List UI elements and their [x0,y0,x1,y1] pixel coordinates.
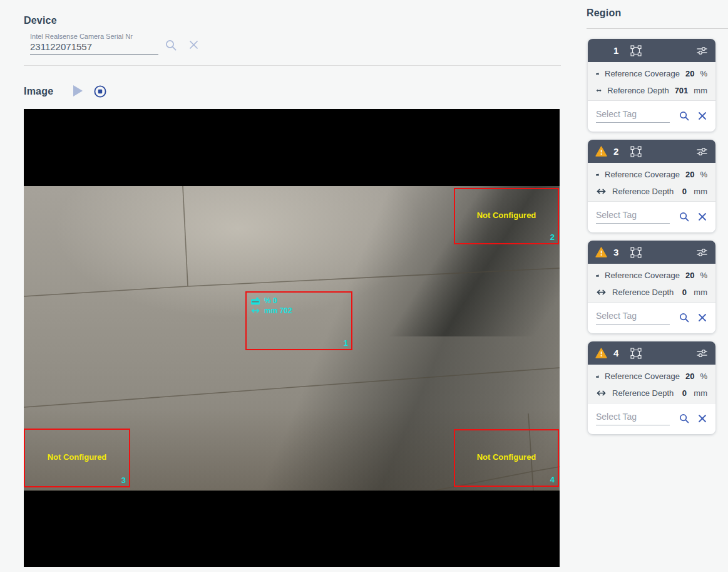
transform-region-icon[interactable] [630,348,642,359]
region-card-4-number: 4 [613,348,618,358]
region-panel-divider [587,28,728,29]
depth-arrows-icon [596,289,607,296]
region-card-2: 2 Reference Coverage 20 % Reference Dept… [588,140,715,232]
device-search-icon[interactable] [164,38,178,52]
depth-label: Reference Depth [612,288,674,297]
select-tag-input[interactable] [596,412,670,425]
depth-label: Reference Depth [607,86,669,95]
app-root: Device Intel Realsense Camera Serial Nr … [0,0,728,572]
region-card-3-header: 3 [588,241,715,264]
coverage-icon [596,170,599,179]
region-card-2-number: 2 [613,146,618,157]
coverage-icon [596,372,599,381]
region-card-1: 1 Reference Coverage 20 % Reference Dept… [588,39,715,132]
region-card-4-stats: Reference Coverage 20 % Reference Depth … [588,365,715,403]
select-tag-input[interactable] [596,109,670,123]
depth-arrows-icon [596,87,602,94]
coverage-unit: % [700,372,707,381]
serial-number-input[interactable] [30,41,158,55]
depth-arrows-icon [596,390,607,397]
depth-unit: mm [692,388,707,398]
image-section-title: Image [24,86,53,97]
region-card-2-stats: Reference Coverage 20 % Reference Depth … [588,163,715,202]
region-card-3-number: 3 [613,247,618,257]
region-card-2-tag-row [588,202,715,232]
region-card-4: 4 Reference Coverage 20 % Reference Dept… [588,341,715,434]
select-tag-input[interactable] [596,210,670,224]
region-3-number: 3 [121,476,126,485]
warning-icon [595,348,607,358]
device-clear-icon[interactable] [188,39,200,51]
image-region-4[interactable]: Not Configured 4 [454,429,559,487]
coverage-value: 20 [685,170,694,179]
region-card-3-tag-row [588,303,715,333]
depth-unit: mm [692,187,707,196]
region-4-number: 4 [550,475,555,484]
tag-search-icon[interactable] [679,413,690,424]
region-card-1-number: 1 [613,45,618,56]
camera-image-view: % 0 mm 702 1 Not Configured 2 Not Config… [24,109,560,567]
depth-value: 0 [682,187,687,196]
tag-search-icon[interactable] [679,312,690,323]
coverage-icon [596,271,599,280]
coverage-icon [250,297,260,305]
region-panel-title: Region [587,8,621,19]
region-card-1-tag-row [588,101,715,131]
depth-value: 701 [675,86,689,95]
region-1-depth-text: mm 702 [264,306,292,315]
region-3-not-configured-text: Not Configured [25,452,129,462]
coverage-label: Reference Coverage [605,69,680,78]
region-card-1-header: 1 [588,39,715,62]
depth-label: Reference Depth [612,187,674,196]
depth-unit: mm [694,86,707,95]
tag-clear-icon[interactable] [697,313,707,323]
serial-number-field: Intel Realsense Camera Serial Nr [30,33,158,55]
device-image-divider [24,65,561,66]
coverage-value: 20 [685,69,694,78]
coverage-value: 20 [685,271,694,280]
tag-search-icon[interactable] [679,110,690,122]
depth-label: Reference Depth [612,388,674,398]
select-tag-input[interactable] [596,311,670,325]
depth-unit: mm [692,288,707,297]
coverage-unit: % [700,271,707,280]
image-region-2[interactable]: Not Configured 2 [454,188,559,244]
tag-clear-icon[interactable] [697,212,707,222]
region-card-4-tag-row [588,403,715,434]
coverage-label: Reference Coverage [605,170,680,179]
coverage-label: Reference Coverage [605,271,680,280]
region-1-number: 1 [344,338,348,348]
region-2-not-configured-text: Not Configured [455,211,558,220]
warning-icon [595,146,607,157]
region-card-1-stats: Reference Coverage 20 % Reference Depth … [588,62,715,101]
transform-region-icon[interactable] [630,146,642,157]
image-region-3[interactable]: Not Configured 3 [24,429,130,487]
coverage-label: Reference Coverage [605,372,680,381]
region-1-coverage-text: % 0 [264,296,277,305]
transform-region-icon[interactable] [630,45,642,56]
coverage-unit: % [700,69,707,78]
adjust-sliders-icon[interactable] [696,348,708,359]
serial-number-label: Intel Realsense Camera Serial Nr [30,33,158,40]
warning-icon [595,247,607,257]
adjust-sliders-icon[interactable] [696,146,708,157]
depth-value: 0 [682,288,687,297]
depth-arrows-icon [596,188,607,195]
tag-clear-icon[interactable] [697,413,707,424]
region-4-not-configured-text: Not Configured [455,452,558,462]
image-region-1[interactable]: % 0 mm 702 1 [245,291,352,350]
region-card-3-stats: Reference Coverage 20 % Reference Depth … [588,264,715,303]
adjust-sliders-icon[interactable] [696,247,708,258]
play-icon[interactable] [73,85,83,96]
depth-row: Reference Depth 0 mm [596,284,707,301]
adjust-sliders-icon[interactable] [696,45,708,56]
coverage-row: Reference Coverage 20 % [596,65,707,82]
depth-row: Reference Depth 0 mm [596,385,707,402]
coverage-icon [596,70,599,78]
region-card-3: 3 Reference Coverage 20 % Reference Dept… [588,241,715,333]
tag-clear-icon[interactable] [697,111,707,121]
coverage-row: Reference Coverage 20 % [596,166,707,183]
tag-search-icon[interactable] [679,211,690,222]
record-stop-icon[interactable] [93,85,107,98]
transform-region-icon[interactable] [630,247,642,258]
